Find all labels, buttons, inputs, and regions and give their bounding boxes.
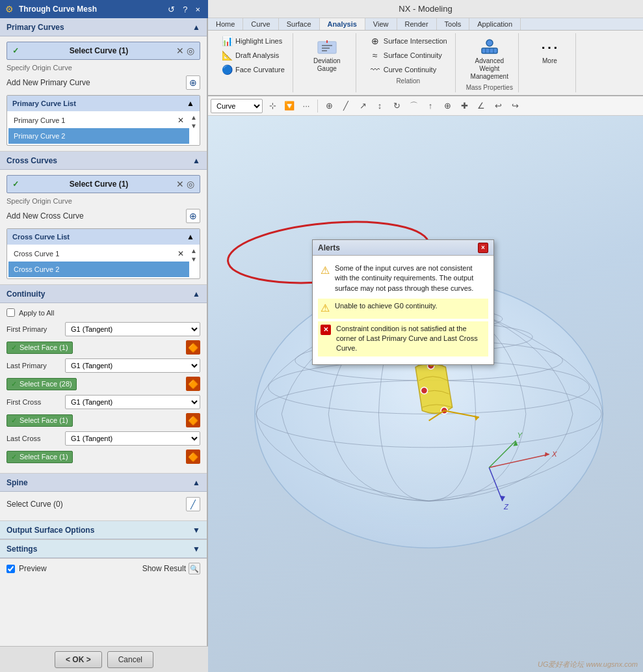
alert-text-1: Some of the input curves are not consist… bbox=[335, 263, 486, 293]
tab-render[interactable]: Render bbox=[397, 18, 437, 30]
primary-arrow-down[interactable]: ▼ bbox=[190, 122, 197, 129]
cancel-button[interactable]: Cancel bbox=[107, 651, 153, 668]
cross-add-button[interactable]: ⊕ bbox=[186, 209, 200, 223]
last-cross-select[interactable]: G1 (Tangent) G0 (Position) G2 (Curvature… bbox=[65, 431, 200, 446]
measure-icon[interactable]: ✚ bbox=[457, 99, 471, 113]
surface-continuity-button[interactable]: ≈ Surface Continuity bbox=[367, 49, 450, 62]
more-options-icon[interactable]: ··· bbox=[299, 99, 313, 113]
filter-icon[interactable]: 🔽 bbox=[282, 99, 296, 113]
more-button[interactable]: ⋯ More bbox=[533, 34, 566, 67]
spine-header[interactable]: Spine ▲ bbox=[0, 474, 207, 492]
highlight-lines-button[interactable]: 📊 Highlight Lines bbox=[218, 34, 287, 47]
first-primary-row: First Primary G1 (Tangent) G0 (Position)… bbox=[7, 322, 200, 336]
ok-button[interactable]: < OK > bbox=[55, 651, 102, 668]
reset-button[interactable]: ↺ bbox=[165, 5, 177, 14]
rectangle-icon[interactable]: ╱ bbox=[339, 99, 353, 113]
arrow-icon[interactable]: ↑ bbox=[423, 99, 438, 113]
angle-icon[interactable]: ∠ bbox=[474, 99, 488, 113]
last-primary-face-row: ✓ Select Face (28) 🔶 bbox=[7, 377, 200, 391]
help-button[interactable]: ? bbox=[180, 5, 190, 14]
close-button[interactable]: × bbox=[192, 5, 203, 14]
tab-surface[interactable]: Surface bbox=[279, 18, 320, 30]
primary-arrow-up[interactable]: ▲ bbox=[190, 114, 197, 121]
tab-analysis[interactable]: Analysis bbox=[320, 18, 365, 30]
first-primary-select[interactable]: G1 (Tangent) G0 (Position) G2 (Curvature… bbox=[65, 322, 200, 336]
deviation-gauge-button[interactable]: Deviation Gauge bbox=[304, 34, 350, 75]
tab-home[interactable]: Home bbox=[208, 18, 243, 30]
curve-continuity-button[interactable]: 〰 Curve Continuity bbox=[367, 63, 450, 76]
first-cross-face-icon[interactable]: 🔶 bbox=[186, 413, 200, 427]
last-primary-face-button[interactable]: ✓ Select Face (28) bbox=[7, 378, 77, 390]
primary-curve-item-2[interactable]: Primary Curve 2 bbox=[8, 128, 189, 144]
primary-circle-icon[interactable]: ◎ bbox=[187, 46, 194, 56]
cross-curve-1-delete[interactable]: ✕ bbox=[177, 249, 184, 258]
cross-arrows: ▲ ▼ bbox=[189, 246, 198, 277]
surface-intersection-button[interactable]: ⊕ Surface Intersection bbox=[367, 34, 450, 47]
primary-curve-1-delete[interactable]: ✕ bbox=[177, 116, 184, 125]
arc-icon[interactable]: ⌒ bbox=[406, 99, 421, 113]
cross-circle-icon[interactable]: ◎ bbox=[187, 179, 194, 189]
cross-clear-icon[interactable]: ✕ bbox=[176, 179, 184, 189]
redo-icon[interactable]: ↪ bbox=[508, 99, 522, 113]
primary-check-icon: ✓ bbox=[12, 46, 19, 55]
draft-analysis-button[interactable]: 📐 Draft Analysis bbox=[218, 49, 287, 62]
primary-curve-2-label: Primary Curve 2 bbox=[14, 132, 65, 140]
first-cross-face-button[interactable]: ✓ Select Face (1) bbox=[7, 414, 73, 427]
tab-view[interactable]: View bbox=[365, 18, 397, 30]
primary-curves-chevron: ▲ bbox=[192, 23, 200, 32]
adv-weight-icon bbox=[479, 36, 500, 57]
cross-curve-item-2[interactable]: Cross Curve 2 bbox=[8, 262, 189, 277]
cross-arrow-down[interactable]: ▼ bbox=[190, 256, 197, 263]
first-cross-select[interactable]: G1 (Tangent) G0 (Position) G2 (Curvature… bbox=[65, 395, 200, 409]
primary-curve-item-1[interactable]: Primary Curve 1 ✕ bbox=[8, 113, 189, 128]
primary-add-button[interactable]: ⊕ bbox=[186, 75, 200, 90]
cross-curve-item-1[interactable]: Cross Curve 1 ✕ bbox=[8, 246, 189, 262]
tab-application[interactable]: Application bbox=[469, 18, 521, 30]
preview-row: Preview Show Result 🔍 bbox=[0, 559, 207, 578]
adv-weight-button[interactable]: Advanced Weight Management bbox=[466, 34, 513, 83]
cross-select-curve[interactable]: ✓ Select Curve (1) ✕ ◎ bbox=[7, 175, 200, 193]
alert-close-button[interactable]: × bbox=[478, 243, 488, 253]
first-cross-label: First Cross bbox=[7, 398, 65, 406]
primary-curves-header[interactable]: Primary Curves ▲ bbox=[0, 18, 207, 36]
tab-tools[interactable]: Tools bbox=[437, 18, 470, 30]
cross-arrow-up[interactable]: ▲ bbox=[190, 247, 197, 254]
face-curvature-button[interactable]: 🔵 Face Curvature bbox=[218, 63, 287, 76]
output-surface-header[interactable]: Output Surface Options ▼ bbox=[0, 521, 207, 539]
primary-select-curve[interactable]: ✓ Select Curve (1) ✕ ◎ bbox=[7, 42, 200, 60]
select-icon[interactable]: ⊕ bbox=[322, 99, 336, 113]
primary-list-header[interactable]: Primary Curve List ▲ bbox=[7, 96, 200, 111]
output-surface-chevron: ▼ bbox=[192, 526, 200, 535]
preview-checkbox[interactable] bbox=[7, 565, 15, 573]
last-primary-face-check: ✓ bbox=[11, 380, 17, 388]
first-primary-face-icon[interactable]: 🔶 bbox=[186, 340, 200, 355]
undo-icon[interactable]: ↩ bbox=[491, 99, 505, 113]
last-primary-select[interactable]: G1 (Tangent) G0 (Position) G2 (Curvature… bbox=[65, 358, 200, 373]
alert-body: ⚠ Some of the input curves are not consi… bbox=[313, 256, 493, 364]
rotate-icon[interactable]: ↻ bbox=[389, 99, 404, 113]
apply-to-all-checkbox[interactable] bbox=[7, 308, 15, 317]
settings-header[interactable]: Settings ▼ bbox=[0, 540, 207, 558]
continuity-header[interactable]: Continuity ▲ bbox=[0, 285, 207, 303]
last-cross-face-icon[interactable]: 🔶 bbox=[186, 450, 200, 464]
last-cross-face-button[interactable]: ✓ Select Face (1) bbox=[7, 451, 73, 463]
cross-curve-1-label: Cross Curve 1 bbox=[14, 250, 59, 258]
move-icon[interactable]: ↕ bbox=[373, 99, 387, 113]
viewport[interactable]: X Y Z Alerts × ⚠ Some of the input curve… bbox=[208, 116, 643, 672]
show-result-button[interactable]: 🔍 bbox=[189, 563, 200, 574]
first-primary-face-button[interactable]: ✓ Select Face (1) bbox=[7, 342, 73, 354]
transform-icon[interactable]: ↗ bbox=[356, 99, 370, 113]
cross-list-header[interactable]: Cross Curve List ▲ bbox=[7, 229, 200, 245]
last-primary-face-icon[interactable]: 🔶 bbox=[186, 377, 200, 391]
primary-clear-icon[interactable]: ✕ bbox=[176, 46, 184, 56]
spine-curve-icon[interactable]: ╱ bbox=[186, 497, 200, 511]
cross-curves-header[interactable]: Cross Curves ▲ bbox=[0, 152, 207, 170]
cross-curve-1-icons: ✕ bbox=[177, 249, 184, 258]
type-select[interactable]: Curve Edge Face Body bbox=[211, 99, 263, 113]
tab-curve[interactable]: Curve bbox=[243, 18, 278, 30]
last-primary-row: Last Primary G1 (Tangent) G0 (Position) … bbox=[7, 358, 200, 373]
first-primary-face-check: ✓ bbox=[11, 343, 17, 352]
primary-list-body: Primary Curve 1 ✕ Primary Curve 2 ▲ bbox=[7, 111, 200, 145]
origin-icon[interactable]: ⊕ bbox=[440, 99, 454, 113]
snap-icon[interactable]: ⊹ bbox=[265, 99, 280, 113]
